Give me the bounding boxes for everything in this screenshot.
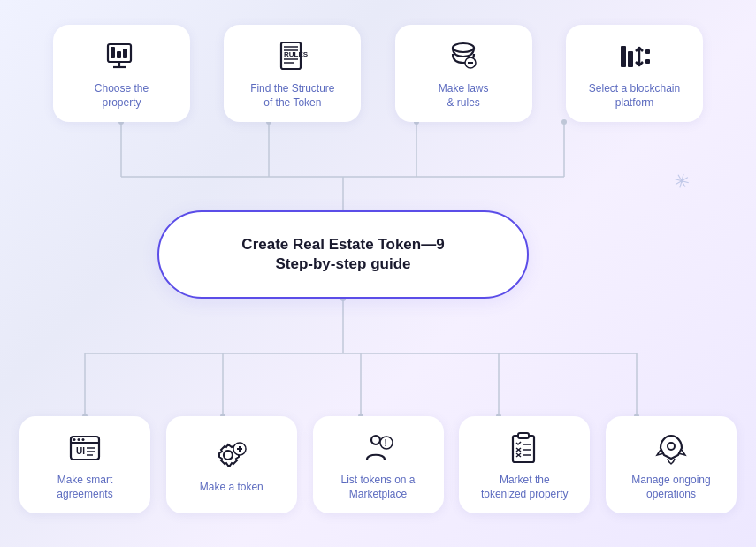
card-label-market-property: Market thetokenized property: [481, 473, 569, 501]
gear-plus-icon: [214, 437, 249, 473]
card-label-make-laws: Make laws& rules: [439, 81, 489, 110]
svg-rect-40: [628, 51, 633, 67]
svg-text:UI: UI: [76, 446, 85, 456]
center-pill: Create Real Estate Token—9 Step-by-step …: [157, 210, 529, 299]
center-title-line2: Step-by-step guide: [275, 255, 410, 274]
card-market-property[interactable]: Market thetokenized property: [459, 416, 590, 513]
svg-rect-42: [645, 49, 650, 54]
card-label-make-token: Make a token: [200, 480, 263, 494]
svg-rect-61: [518, 433, 529, 438]
svg-text:RULES: RULES: [284, 50, 309, 58]
clipboard-check-icon: [507, 430, 542, 466]
svg-point-46: [73, 438, 76, 441]
svg-point-57: [371, 436, 380, 444]
bottom-cards-row: UI Make smartagreements: [19, 416, 737, 513]
rocket-icon: [653, 430, 689, 466]
svg-rect-28: [123, 49, 127, 58]
card-label-blockchain: Select a blockchainplatform: [589, 81, 680, 110]
card-smart-agreements[interactable]: UI Make smartagreements: [19, 416, 150, 513]
card-label-find-structure: Find the Structureof the Token: [250, 81, 334, 110]
svg-rect-60: [513, 436, 534, 462]
svg-point-48: [82, 438, 85, 441]
decorative-asterisk: ✳: [671, 171, 691, 194]
blockchain-icon: [616, 39, 652, 74]
rules-book-icon: RULES: [275, 39, 310, 74]
card-label-list-tokens: List tokens on aMarketplace: [340, 473, 415, 501]
card-manage-operations[interactable]: Manage ongoingoperations: [606, 416, 737, 513]
card-label-choose-property: Choose theproperty: [95, 81, 149, 110]
card-make-token[interactable]: Make a token: [166, 416, 297, 513]
card-choose-property[interactable]: Choose theproperty: [53, 25, 190, 122]
page-container: ✳: [0, 0, 756, 547]
card-make-laws[interactable]: Make laws& rules: [395, 25, 532, 122]
svg-point-47: [78, 438, 80, 441]
svg-rect-26: [111, 47, 115, 58]
svg-point-53: [224, 451, 233, 460]
database-icon: [446, 39, 481, 74]
card-find-structure[interactable]: RULES Find the Structureof the Token: [224, 25, 361, 122]
card-label-manage-operations: Manage ongoingoperations: [631, 473, 710, 501]
svg-point-69: [668, 443, 675, 450]
center-title-line1: Create Real Estate Token—9: [241, 235, 444, 255]
svg-rect-27: [117, 51, 121, 58]
monitor-chart-icon: [104, 39, 140, 74]
ui-box-icon: UI: [67, 430, 103, 466]
person-alert-icon: !: [361, 430, 396, 466]
top-cards-row: Choose theproperty RULES Find the Struct…: [53, 25, 703, 122]
card-list-tokens[interactable]: ! List tokens on aMarketplace: [313, 416, 444, 513]
card-blockchain[interactable]: Select a blockchainplatform: [566, 25, 703, 122]
card-label-smart-agreements: Make smartagreements: [57, 473, 112, 501]
svg-text:!: !: [384, 438, 386, 448]
svg-rect-43: [645, 59, 650, 64]
svg-rect-39: [621, 46, 626, 67]
svg-point-35: [453, 43, 474, 52]
